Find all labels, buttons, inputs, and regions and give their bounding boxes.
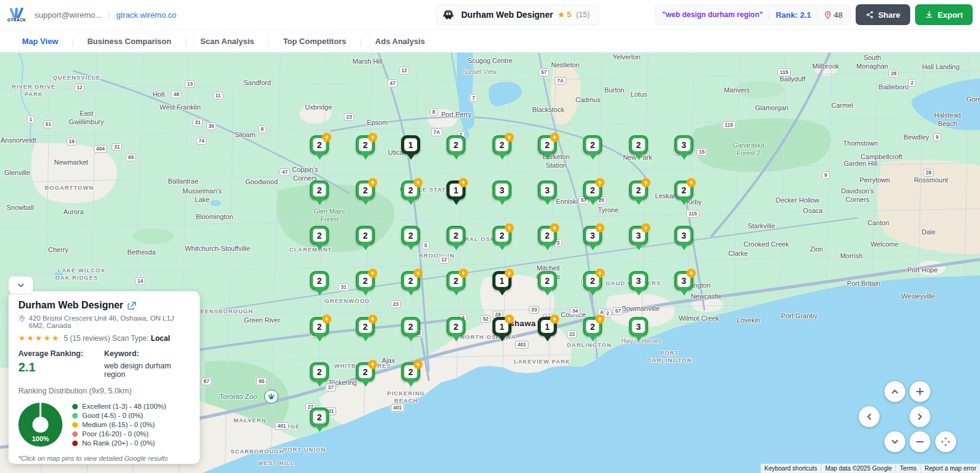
map-pin-rank-2[interactable]: 2 — [583, 271, 602, 290]
road-shield: 52 — [480, 315, 491, 323]
map-pin-rank-1[interactable]: 1 — [492, 317, 511, 336]
tab-business-comparison[interactable]: Business Comparison — [74, 37, 184, 46]
pin-rank-value: 2 — [359, 229, 372, 242]
map-pin-rank-2[interactable]: 2 — [674, 181, 693, 199]
legend-label: Excellent (1-3) - 48 (100%) — [82, 403, 166, 410]
map-pin-rank-3[interactable]: 3 — [629, 226, 648, 245]
map-pin-rank-3[interactable]: 3 — [629, 317, 648, 336]
map-pin-rank-1[interactable]: 1 — [492, 271, 511, 290]
map-pin-rank-3[interactable]: 3 — [492, 181, 511, 199]
map-canvas[interactable]: Marsh HillScugog CentreSunset ViewNestle… — [0, 53, 980, 473]
map-pin-rank-2[interactable]: 2 — [629, 135, 648, 154]
pill-divider — [817, 10, 818, 20]
pan-left-button[interactable] — [859, 406, 880, 427]
road-shield: 31 — [192, 119, 203, 127]
map-pin-rank-2[interactable]: 2 — [629, 181, 648, 199]
zoom-in-button[interactable] — [910, 381, 930, 402]
chevron-right-icon — [915, 412, 925, 422]
chevron-down-icon — [890, 437, 900, 447]
map-pin-rank-3[interactable]: 3 — [583, 226, 602, 245]
external-link-icon[interactable] — [127, 301, 137, 310]
tab-top-competitors[interactable]: Top Competitors — [270, 37, 360, 46]
zoom-out-button[interactable] — [910, 431, 930, 452]
road-shield: 401 — [391, 404, 404, 412]
road-shield: 23 — [390, 300, 401, 308]
map-pin-rank-2[interactable]: 2 — [538, 226, 557, 245]
paw-icon — [267, 392, 276, 401]
map-pin-rank-1[interactable]: 1 — [538, 317, 557, 336]
pin-rank-value: 2 — [313, 411, 326, 423]
map-pin-rank-2[interactable]: 2 — [447, 135, 466, 154]
attribution-keyboard-shortcuts[interactable]: Keyboard shortcuts — [761, 464, 821, 473]
tab-scan-analysis[interactable]: Scan Analysis — [187, 37, 268, 46]
panel-footnote: *Click on map pins to view detailed Goog… — [18, 455, 190, 462]
pill-divider — [769, 10, 769, 20]
map-pin-rank-2[interactable]: 2 — [583, 317, 602, 336]
road-shield: 9 — [933, 133, 941, 141]
map-pin-rank-2[interactable]: 2 — [401, 181, 420, 199]
map-pin-rank-2[interactable]: 2 — [310, 271, 329, 290]
map-pin-rank-2[interactable]: 2 — [356, 135, 375, 154]
map-pin-rank-2[interactable]: 2 — [310, 408, 329, 426]
map-pin-rank-2[interactable]: 2 — [401, 362, 420, 381]
panel-collapse-button[interactable] — [9, 277, 33, 294]
tab-map-view[interactable]: Map View — [9, 37, 72, 46]
map-pin-rank-2[interactable]: 2 — [310, 181, 329, 199]
download-icon — [925, 10, 933, 19]
map-pin-rank-2[interactable]: 2 — [356, 181, 375, 199]
road-shield: 31 — [338, 283, 349, 291]
map-pin-rank-2[interactable]: 2 — [492, 226, 511, 245]
map-pin-rank-2[interactable]: 2 — [310, 226, 329, 245]
star-icon: ★ — [558, 10, 565, 19]
map-pin-rank-2[interactable]: 2 — [310, 362, 329, 381]
map-pin-rank-3[interactable]: 3 — [674, 271, 693, 290]
site-link[interactable]: gtrack.wiremo.co — [116, 10, 176, 20]
legend-dot — [72, 441, 78, 446]
map-pin-rank-1[interactable]: 1 — [447, 181, 466, 199]
logo-text: GTRACK — [7, 18, 26, 22]
map-pin-rank-2[interactable]: 2 — [310, 317, 329, 336]
export-button[interactable]: Export — [915, 4, 973, 25]
legend-dot — [72, 413, 78, 419]
map-pin-rank-2[interactable]: 2 — [447, 271, 466, 290]
map-pin-rank-2[interactable]: 2 — [447, 317, 466, 336]
business-selector[interactable]: Durham Web Designer ★ 5 (15) — [436, 4, 599, 25]
pin-rank-value: 2 — [404, 229, 417, 242]
map-pin-rank-2[interactable]: 2 — [356, 226, 375, 245]
ads-badge-icon — [550, 315, 559, 324]
map-pin-rank-2[interactable]: 2 — [583, 181, 602, 199]
map-pin-rank-2[interactable]: 2 — [401, 271, 420, 290]
map-pin-rank-2[interactable]: 2 — [401, 226, 420, 245]
map-pin-rank-2[interactable]: 2 — [492, 135, 511, 154]
pan-down-button[interactable] — [884, 431, 905, 452]
map-pin-rank-1[interactable]: 1 — [401, 135, 420, 154]
tab-ads-analysis[interactable]: Ads Analysis — [362, 37, 439, 46]
map-pin-rank-3[interactable]: 3 — [674, 226, 693, 245]
map-pin-rank-2[interactable]: 2 — [356, 317, 375, 336]
donut-percentage: 100% — [32, 435, 49, 442]
map-pin-rank-3[interactable]: 3 — [629, 271, 648, 290]
zoo-poi-marker[interactable] — [265, 390, 279, 404]
map-pin-rank-2[interactable]: 2 — [401, 317, 420, 336]
attribution-report-a-map-error[interactable]: Report a map error — [921, 464, 980, 473]
map-pin-rank-2[interactable]: 2 — [356, 362, 375, 381]
pan-up-button[interactable] — [884, 381, 905, 402]
share-button[interactable]: Share — [856, 4, 910, 25]
map-pin-rank-2[interactable]: 2 — [538, 271, 557, 290]
map-pin-rank-3[interactable]: 3 — [538, 181, 557, 199]
map-pin-rank-2[interactable]: 2 — [356, 271, 375, 290]
pin-count-value: 48 — [834, 10, 842, 20]
map-pin-rank-3[interactable]: 3 — [674, 135, 693, 154]
gtrack-logo[interactable]: GTRACK — [7, 7, 26, 22]
map-pin-rank-2[interactable]: 2 — [310, 135, 329, 154]
panel-review-summary: 5 (15 reviews) Scan Type: Local — [64, 334, 170, 343]
legend-dot — [72, 431, 78, 437]
map-pin-rank-2[interactable]: 2 — [447, 226, 466, 245]
attribution-terms[interactable]: Terms — [895, 464, 920, 473]
recenter-button[interactable] — [935, 431, 956, 452]
pan-right-button[interactable] — [910, 406, 930, 427]
map-pin-rank-2[interactable]: 2 — [583, 135, 602, 154]
pin-rank-value: 2 — [450, 320, 462, 333]
legend-label: No Rank (20+) - 0 (0%) — [82, 439, 155, 447]
map-pin-rank-2[interactable]: 2 — [538, 135, 557, 154]
